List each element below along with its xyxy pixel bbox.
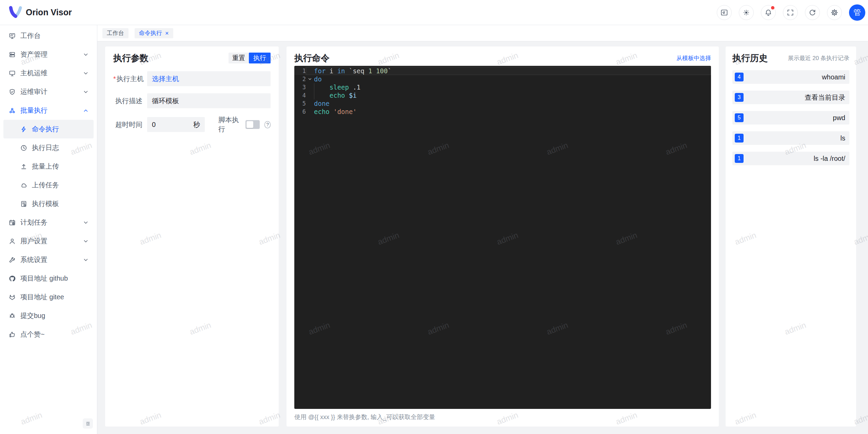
sidebar-item-label: 项目地址 gitee: [20, 293, 64, 302]
history-count-badge: 1: [735, 154, 744, 163]
sidebar-item-label: 批量执行: [20, 106, 47, 115]
tab-label: 命令执行: [139, 29, 162, 37]
theme-toggle-button[interactable]: [739, 5, 754, 20]
fullscreen-icon: [786, 8, 794, 17]
sidebar-collapse-button[interactable]: [83, 418, 93, 429]
fold-gutter: [306, 108, 314, 116]
gear-icon: [830, 8, 839, 17]
tab-workbench[interactable]: 工作台: [102, 28, 129, 38]
history-count-badge: 3: [735, 93, 744, 102]
chevron-down-icon: [83, 89, 89, 95]
tab-command-exec[interactable]: 命令执行×: [135, 28, 173, 38]
header-actions: 管: [717, 0, 865, 25]
sidebar-item-system-settings[interactable]: 系统设置: [3, 250, 94, 269]
sidebar-item-exec-log[interactable]: 执行日志: [3, 138, 94, 157]
code-box-button[interactable]: [717, 5, 732, 20]
history-item[interactable]: 1ls: [732, 131, 849, 145]
sidebar-item-label: 命令执行: [32, 125, 59, 134]
history-count-badge: 4: [735, 73, 744, 81]
sidebar-item-gitee[interactable]: 项目地址 gitee: [3, 288, 94, 306]
brightness-icon: [742, 8, 750, 17]
history-command: pwd: [833, 114, 845, 122]
clock-icon: [20, 145, 27, 151]
reset-button[interactable]: 重置: [229, 53, 249, 63]
bolt-icon: [20, 126, 27, 133]
select-host-link[interactable]: 选择主机: [152, 74, 179, 83]
sidebar-item-workbench[interactable]: 工作台: [3, 26, 94, 45]
fold-chevron-icon[interactable]: [306, 75, 314, 83]
history-list: 4whoami3查看当前目录5pwd1ls1ls -la /root/: [732, 70, 849, 165]
host-select[interactable]: 选择主机: [147, 71, 271, 86]
code-editor[interactable]: 1for i in `seq 1 100`2do3 sleep .14 echo…: [294, 66, 711, 409]
avatar[interactable]: 管: [849, 4, 865, 21]
chevron-down-icon: [83, 70, 89, 76]
wrench-icon: [9, 257, 16, 263]
script-exec-toggle[interactable]: [245, 120, 260, 129]
editor-line: 2do: [294, 75, 711, 83]
sidebar-item-label: 上传任务: [32, 181, 59, 190]
sidebar-item-batch-exec[interactable]: 批量执行: [3, 101, 94, 120]
history-item[interactable]: 5pwd: [732, 111, 849, 125]
description-field-row: 执行描述 循环模板: [113, 93, 271, 108]
fold-gutter: [306, 91, 314, 99]
sidebar-item-like[interactable]: 点个赞~: [3, 325, 94, 344]
sidebar-item-label: 主机运维: [20, 69, 47, 78]
tab-label: 工作台: [107, 29, 124, 37]
history-command: whoami: [822, 73, 845, 81]
select-from-template-link[interactable]: 从模板中选择: [676, 54, 711, 62]
sidebar-item-label: 点个赞~: [20, 330, 45, 339]
chevron-down-icon: [83, 220, 89, 226]
chevron-up-icon: [83, 108, 89, 114]
menu-fold-icon: [85, 421, 91, 427]
app-logo-icon: [8, 5, 23, 20]
code-text: for i in `seq 1 100`: [314, 67, 392, 75]
sidebar-item-assets[interactable]: 资产管理: [3, 45, 94, 64]
history-item[interactable]: 3查看当前目录: [732, 91, 849, 104]
help-icon[interactable]: ?: [264, 121, 271, 128]
audit-icon: [9, 89, 16, 95]
timeout-unit: 秒: [193, 120, 200, 129]
sidebar-item-command-exec[interactable]: 命令执行: [3, 120, 94, 138]
sidebar-item-label: 用户设置: [20, 237, 47, 246]
timeout-input[interactable]: 0 秒: [147, 117, 205, 132]
refresh-button[interactable]: [805, 5, 820, 20]
chevron-down-icon: [83, 257, 89, 263]
code-text: echo $i: [314, 91, 357, 99]
host-field-label: *执行主机: [113, 74, 147, 83]
sidebar-item-ops-audit[interactable]: 运维审计: [3, 82, 94, 101]
fold-gutter: [306, 99, 314, 108]
tab-bar: 工作台命令执行×: [97, 25, 868, 41]
sidebar-item-label: 执行模板: [32, 199, 59, 208]
sidebar: 工作台资产管理主机运维运维审计批量执行命令执行执行日志批量上传上传任务执行模板计…: [0, 25, 97, 434]
sidebar-item-label: 批量上传: [32, 162, 59, 171]
params-actions: 重置 执行: [229, 53, 271, 63]
sidebar-item-scheduled-task[interactable]: 计划任务: [3, 213, 94, 232]
sidebar-item-upload-task[interactable]: 上传任务: [3, 176, 94, 194]
sidebar-item-label: 运维审计: [20, 87, 47, 96]
history-count-badge: 1: [735, 134, 744, 143]
sidebar-item-report-bug[interactable]: 提交bug: [3, 306, 94, 325]
history-item[interactable]: 1ls -la /root/: [732, 152, 849, 165]
app-header: Orion Visor: [0, 0, 868, 25]
settings-button[interactable]: [827, 5, 842, 20]
code-box-icon: [720, 8, 728, 17]
editor-line: 1for i in `seq 1 100`: [294, 67, 711, 75]
tab-close-icon[interactable]: ×: [165, 30, 169, 36]
sidebar-item-github[interactable]: 项目地址 github: [3, 269, 94, 288]
execute-button[interactable]: 执行: [249, 53, 271, 63]
sidebar-item-label: 执行日志: [32, 143, 59, 152]
editor-hint: 使用 @{{ xxx }} 来替换参数, 输入_可以获取全部变量: [294, 413, 435, 421]
history-item[interactable]: 4whoami: [732, 70, 849, 84]
history-command: 查看当前目录: [805, 93, 845, 102]
sidebar-item-batch-upload[interactable]: 批量上传: [3, 157, 94, 176]
required-mark: *: [113, 75, 116, 82]
description-input[interactable]: 循环模板: [147, 93, 271, 108]
notifications-button[interactable]: [761, 5, 776, 20]
sidebar-item-user-settings[interactable]: 用户设置: [3, 232, 94, 250]
sidebar-item-exec-template[interactable]: 执行模板: [3, 194, 94, 213]
fullscreen-button[interactable]: [783, 5, 798, 20]
line-number: 3: [294, 83, 306, 91]
batch-icon: [9, 107, 16, 114]
app-title: Orion Visor: [26, 7, 72, 17]
sidebar-item-host-ops[interactable]: 主机运维: [3, 64, 94, 82]
